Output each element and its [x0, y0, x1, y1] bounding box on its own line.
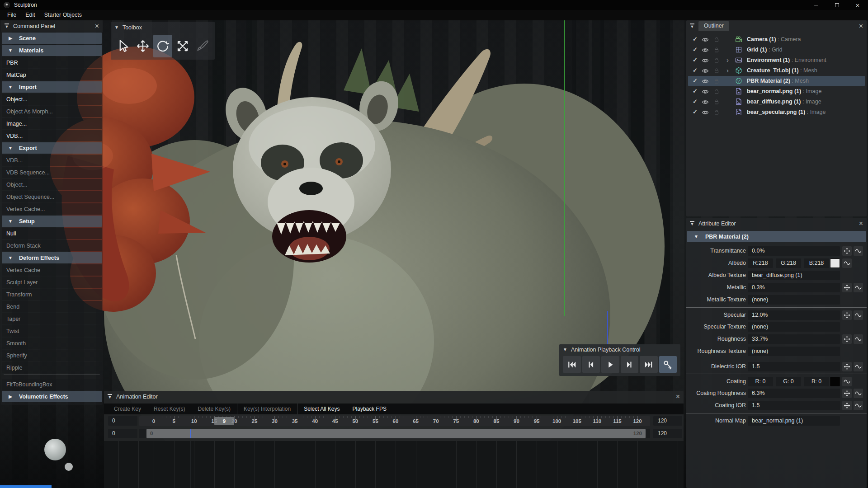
range-end-field[interactable]: 120 — [653, 429, 682, 438]
expand-chevron-icon[interactable]: › — [726, 66, 729, 75]
outliner-header[interactable]: ▼ Outliner × — [686, 20, 867, 32]
animate-curve-button[interactable] — [854, 401, 863, 410]
enable-checkbox[interactable]: ✓ — [693, 88, 698, 94]
enable-checkbox[interactable]: ✓ — [693, 67, 698, 74]
attribute-text-field[interactable]: (none) — [748, 295, 840, 305]
lock-icon[interactable] — [713, 109, 720, 115]
command-panel-item[interactable]: MatCap — [2, 69, 102, 80]
animate-curve-button[interactable] — [854, 283, 863, 292]
lock-icon[interactable] — [713, 99, 720, 105]
attribute-value-field[interactable]: 0.3% — [748, 283, 840, 292]
lock-icon[interactable] — [713, 36, 720, 42]
enable-checkbox[interactable]: ✓ — [693, 36, 698, 42]
visibility-eye-icon[interactable] — [702, 67, 709, 75]
enable-checkbox[interactable]: ✓ — [693, 46, 698, 53]
outliner-row[interactable]: ✓ bear_diffuse.png (1) : Image — [688, 97, 865, 107]
command-panel-item[interactable]: ▶ Volumetric Effects — [2, 391, 102, 402]
enable-checkbox[interactable]: ✓ — [693, 98, 698, 105]
playhead-line[interactable] — [190, 429, 191, 438]
expand-chevron-icon[interactable]: › — [726, 56, 729, 65]
tool-button[interactable] — [153, 35, 172, 57]
command-panel-item[interactable]: Twist — [2, 325, 102, 337]
command-panel-item[interactable]: Vertex Cache — [2, 264, 102, 276]
current-frame-field[interactable]: 0 — [108, 416, 137, 426]
attribute-value-field[interactable]: 33.7% — [748, 334, 840, 344]
outliner-row[interactable]: ✓ PBR Material (2) : Mesh — [688, 76, 865, 86]
animate-curve-button[interactable] — [842, 258, 852, 268]
toolbar-button[interactable]: Playback FPS — [346, 404, 393, 414]
command-panel-item[interactable]: PBR — [2, 57, 102, 68]
attribute-value-field[interactable]: 6.3% — [748, 389, 840, 398]
playback-button[interactable] — [659, 356, 677, 373]
toolbar-button[interactable]: Create Key — [108, 404, 147, 414]
animate-curve-button[interactable] — [854, 362, 863, 371]
color-g-field[interactable]: G:218 — [776, 258, 801, 268]
toolbar-button[interactable]: Key(s) Interpolation — [237, 404, 297, 414]
close-icon[interactable]: × — [95, 20, 99, 32]
attribute-text-field[interactable]: bear_normal.png (1) — [748, 416, 840, 426]
attribute-editor-header[interactable]: ▼ Attribute Editor × — [686, 218, 867, 229]
playback-button[interactable] — [563, 356, 581, 373]
command-panel-item[interactable]: Object... — [2, 94, 102, 105]
visibility-eye-icon[interactable] — [702, 78, 709, 85]
drag-value-button[interactable] — [842, 246, 852, 256]
command-panel-item[interactable]: VDB Sequence... — [2, 167, 102, 178]
color-b-field[interactable]: B: 0 — [804, 377, 829, 386]
range-start-field[interactable]: 0 — [108, 429, 137, 438]
minimize-button[interactable]: ─ — [806, 0, 826, 10]
playback-button[interactable] — [640, 356, 658, 373]
menu-item[interactable]: Edit — [21, 10, 40, 20]
attribute-text-field[interactable]: (none) — [748, 347, 840, 356]
current-frame-marker[interactable]: 9 — [214, 417, 234, 425]
animate-curve-button[interactable] — [854, 334, 863, 344]
timeline-range-track[interactable]: 0 120 — [139, 429, 650, 438]
outliner-row[interactable]: ✓ bear_specular.png (1) : Image — [688, 107, 865, 117]
command-panel-item[interactable]: Deform Stack — [2, 240, 102, 251]
drag-value-button[interactable] — [842, 283, 852, 292]
close-button[interactable]: × — [847, 0, 868, 10]
end-frame-field[interactable]: 120 — [653, 416, 682, 426]
close-icon[interactable]: × — [676, 391, 680, 402]
outliner-row[interactable]: ✓ Grid (1) : Grid — [688, 45, 865, 55]
command-panel-item[interactable]: ▼ Materials — [2, 45, 102, 56]
command-panel-item[interactable]: Image... — [2, 118, 102, 129]
playback-header[interactable]: ▼ Animation Playback Control — [559, 344, 680, 355]
enable-checkbox[interactable]: ✓ — [693, 56, 698, 63]
command-panel-item[interactable]: Object... — [2, 179, 102, 190]
lock-icon[interactable] — [713, 57, 720, 63]
drag-value-button[interactable] — [842, 334, 852, 344]
attribute-value-field[interactable]: 1.5 — [748, 401, 840, 410]
attribute-text-field[interactable]: bear_diffuse.png (1) — [748, 271, 840, 280]
enable-checkbox[interactable]: ✓ — [693, 77, 698, 84]
lock-icon[interactable] — [713, 67, 720, 74]
command-panel-item[interactable]: Ripple — [2, 362, 102, 373]
color-b-field[interactable]: B:218 — [804, 258, 829, 268]
visibility-eye-icon[interactable] — [702, 36, 709, 43]
attribute-text-field[interactable]: (none) — [748, 322, 840, 332]
drag-value-button[interactable] — [842, 310, 852, 320]
command-panel-item[interactable]: Null — [2, 228, 102, 239]
command-panel-item[interactable]: Vertex Cache... — [2, 203, 102, 215]
animation-editor-header[interactable]: ▼ Animation Editor × — [104, 391, 684, 402]
visibility-eye-icon[interactable] — [702, 99, 709, 106]
timeline-ruler[interactable]: 9 05101520253035404550556065707580859095… — [139, 416, 650, 426]
menu-item[interactable]: File — [3, 10, 21, 20]
close-icon[interactable]: × — [859, 218, 863, 229]
toolbar-button[interactable]: Select All Keys — [297, 404, 346, 414]
command-panel-item[interactable]: ▼ Import — [2, 81, 102, 93]
drag-value-button[interactable] — [842, 401, 852, 410]
drag-value-button[interactable] — [842, 389, 852, 398]
command-panel-item[interactable] — [4, 375, 100, 377]
tool-button[interactable] — [133, 35, 152, 57]
animate-curve-button[interactable] — [854, 389, 863, 398]
drag-value-button[interactable] — [842, 362, 852, 371]
command-panel-item[interactable]: Taper — [2, 313, 102, 324]
animate-curve-button[interactable] — [854, 310, 863, 320]
color-r-field[interactable]: R:218 — [748, 258, 773, 268]
lock-icon[interactable] — [713, 47, 720, 53]
playback-button[interactable] — [621, 356, 639, 373]
attribute-value-field[interactable]: 0.0% — [748, 246, 840, 256]
command-panel-item[interactable]: VDB... — [2, 130, 102, 141]
command-panel-item[interactable]: Object As Morph... — [2, 106, 102, 117]
visibility-eye-icon[interactable] — [702, 109, 709, 116]
